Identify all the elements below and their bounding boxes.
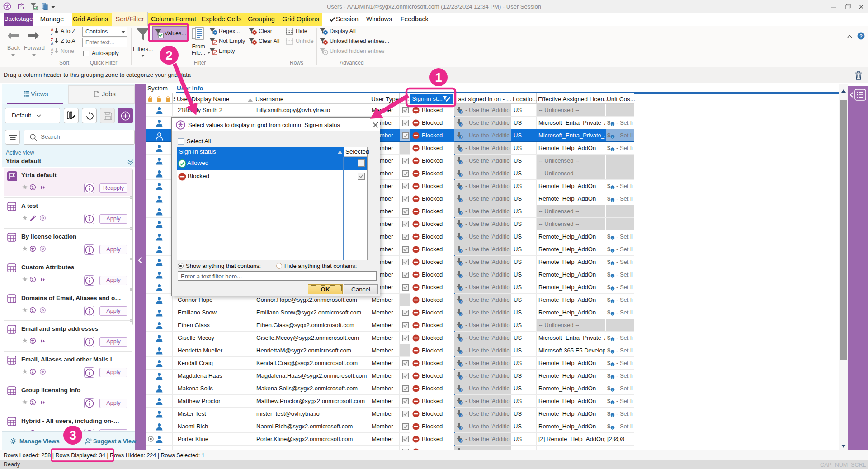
svg-text:?: ?	[859, 33, 863, 39]
svg-text:A: A	[51, 42, 54, 45]
svg-text:*: *	[214, 31, 216, 35]
svg-text:Z: Z	[51, 52, 53, 55]
svg-text:Z: Z	[51, 32, 53, 35]
